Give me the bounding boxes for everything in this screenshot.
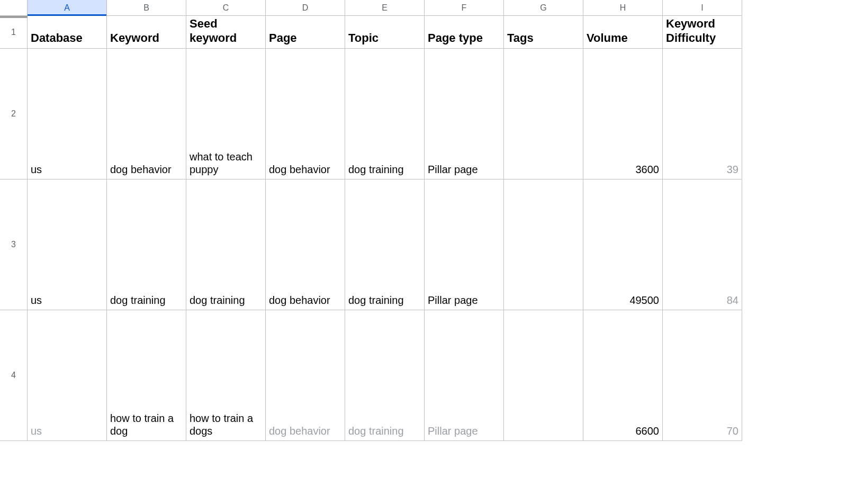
col-header-D[interactable]: D — [266, 0, 345, 16]
select-all-corner[interactable] — [0, 0, 28, 16]
cell-H1[interactable]: Volume — [583, 16, 663, 49]
cell-F1[interactable]: Page type — [425, 16, 504, 49]
cell-B1[interactable]: Keyword — [107, 16, 186, 49]
col-header-H[interactable]: H — [583, 0, 663, 16]
cell-G3[interactable] — [504, 179, 583, 310]
row-header-3[interactable]: 3 — [0, 179, 28, 310]
cell-B3[interactable]: dog training — [107, 179, 186, 310]
cell-H2[interactable]: 3600 — [583, 49, 663, 179]
cell-C2[interactable]: what to teach puppy — [186, 49, 266, 179]
col-header-E[interactable]: E — [345, 0, 425, 16]
cell-E1[interactable]: Topic — [345, 16, 425, 49]
spreadsheet-grid[interactable]: A B C D E F G H I 1 Database Keyword See… — [0, 0, 847, 441]
cell-H3[interactable]: 49500 — [583, 179, 663, 310]
col-header-B[interactable]: B — [107, 0, 186, 16]
cell-D4[interactable]: dog behavior — [266, 310, 345, 441]
cell-G2[interactable] — [504, 49, 583, 179]
cell-F3[interactable]: Pillar page — [425, 179, 504, 310]
cell-C3[interactable]: dog training — [186, 179, 266, 310]
col-header-A[interactable]: A — [28, 0, 107, 16]
cell-H4[interactable]: 6600 — [583, 310, 663, 441]
cell-F4[interactable]: Pillar page — [425, 310, 504, 441]
row-header-4[interactable]: 4 — [0, 310, 28, 441]
cell-E2[interactable]: dog training — [345, 49, 425, 179]
cell-I3[interactable]: 84 — [663, 179, 742, 310]
cell-A3[interactable]: us — [28, 179, 107, 310]
col-header-I[interactable]: I — [663, 0, 742, 16]
cell-G1[interactable]: Tags — [504, 16, 583, 49]
cell-B4[interactable]: how to train a dog — [107, 310, 186, 441]
cell-G4[interactable] — [504, 310, 583, 441]
col-header-C[interactable]: C — [186, 0, 266, 16]
row-header-1[interactable]: 1 — [0, 16, 28, 49]
cell-E3[interactable]: dog training — [345, 179, 425, 310]
row-header-top-edge — [0, 16, 28, 18]
row-header-2[interactable]: 2 — [0, 49, 28, 179]
cell-A4[interactable]: us — [28, 310, 107, 441]
col-header-F[interactable]: F — [425, 0, 504, 16]
cell-A2[interactable]: us — [28, 49, 107, 179]
cell-F2[interactable]: Pillar page — [425, 49, 504, 179]
cell-C1[interactable]: Seed keyword — [186, 16, 266, 49]
cell-C4[interactable]: how to train a dogs — [186, 310, 266, 441]
cell-D2[interactable]: dog behavior — [266, 49, 345, 179]
col-header-G[interactable]: G — [504, 0, 583, 16]
cell-I4[interactable]: 70 — [663, 310, 742, 441]
cell-I1[interactable]: Keyword Difficulty — [663, 16, 742, 49]
cell-B2[interactable]: dog behavior — [107, 49, 186, 179]
cell-I2[interactable]: 39 — [663, 49, 742, 179]
cell-D1[interactable]: Page — [266, 16, 345, 49]
cell-E4[interactable]: dog training — [345, 310, 425, 441]
cell-D3[interactable]: dog behavior — [266, 179, 345, 310]
cell-A1[interactable]: Database — [28, 16, 107, 49]
